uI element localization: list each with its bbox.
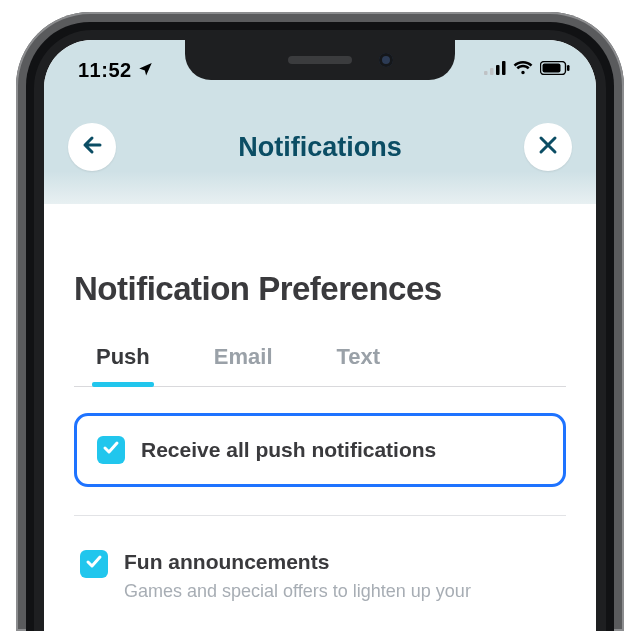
speaker-grille bbox=[288, 56, 352, 64]
header-title: Notifications bbox=[238, 132, 402, 163]
phone-frame: 11:52 bbox=[16, 0, 624, 631]
svg-rect-6 bbox=[567, 65, 570, 71]
arrow-left-icon bbox=[80, 133, 104, 161]
option-fun-desc: Games and special offers to lighten up y… bbox=[124, 580, 471, 603]
status-time: 11:52 bbox=[78, 59, 132, 82]
check-icon bbox=[85, 553, 103, 575]
svg-rect-1 bbox=[490, 68, 494, 75]
check-icon bbox=[102, 439, 120, 461]
page-content: Notification Preferences Push Email Text… bbox=[44, 204, 596, 631]
checkbox-fun[interactable] bbox=[80, 550, 108, 578]
tabs: Push Email Text bbox=[74, 336, 566, 387]
option-receive-all[interactable]: Receive all push notifications bbox=[74, 413, 566, 487]
device-notch bbox=[185, 40, 455, 80]
svg-rect-5 bbox=[543, 64, 561, 73]
checkbox-receive-all[interactable] bbox=[97, 436, 125, 464]
front-camera bbox=[379, 53, 393, 67]
back-button[interactable] bbox=[68, 123, 116, 171]
location-icon bbox=[138, 61, 153, 80]
page-title: Notification Preferences bbox=[74, 270, 566, 308]
svg-rect-3 bbox=[502, 61, 506, 75]
screen: 11:52 bbox=[44, 40, 596, 631]
svg-rect-0 bbox=[484, 71, 488, 75]
cell-signal-icon bbox=[484, 61, 506, 79]
divider bbox=[74, 515, 566, 516]
option-fun-announcements[interactable]: Fun announcements Games and special offe… bbox=[74, 550, 566, 603]
tab-push[interactable]: Push bbox=[94, 336, 152, 386]
close-button[interactable] bbox=[524, 123, 572, 171]
tab-text[interactable]: Text bbox=[335, 336, 383, 386]
battery-icon bbox=[540, 61, 570, 79]
close-icon bbox=[538, 135, 558, 159]
option-fun-label: Fun announcements bbox=[124, 550, 471, 574]
option-receive-all-label: Receive all push notifications bbox=[141, 438, 436, 462]
wifi-icon bbox=[513, 61, 533, 79]
svg-rect-2 bbox=[496, 65, 500, 75]
tab-email[interactable]: Email bbox=[212, 336, 275, 386]
